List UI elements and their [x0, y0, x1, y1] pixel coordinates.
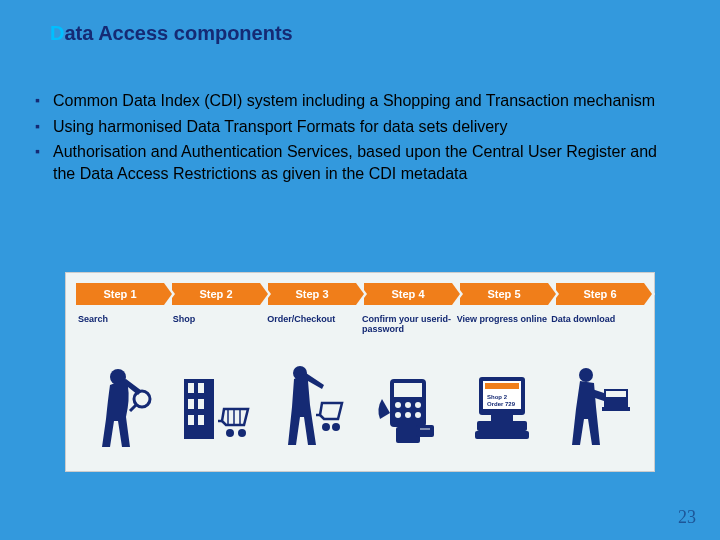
bullet-icon: ▪	[35, 116, 53, 138]
bullet-text: Authorisation and Authentication Service…	[53, 141, 680, 184]
svg-rect-29	[416, 425, 434, 437]
svg-rect-42	[602, 407, 630, 411]
title-rest: ata Access components	[64, 22, 292, 44]
svg-text:Order 729: Order 729	[487, 401, 516, 407]
page-number: 23	[678, 507, 696, 528]
svg-rect-37	[477, 421, 527, 431]
step-caption: Data download	[549, 315, 644, 337]
svg-rect-38	[475, 431, 529, 439]
list-item: ▪ Authorisation and Authentication Servi…	[35, 141, 680, 184]
svg-rect-41	[606, 391, 626, 397]
svg-rect-9	[198, 415, 204, 425]
step-chip-1: Step 1	[76, 283, 164, 305]
step-chip-5: Step 5	[460, 283, 548, 305]
list-item: ▪ Common Data Index (CDI) system includi…	[35, 90, 680, 112]
step-label: Step 4	[391, 288, 424, 300]
step-caption: Search	[76, 315, 171, 337]
step-caption: Shop	[171, 315, 266, 337]
bullet-text: Using harmonised Data Transport Formats …	[53, 116, 680, 138]
svg-point-11	[226, 429, 234, 437]
step-label: Step 2	[199, 288, 232, 300]
step-label: Step 5	[487, 288, 520, 300]
step-caption: Confirm your userid-password	[360, 315, 455, 337]
workflow-diagram: Step 1 Step 2 Step 3 Step 4 Step 5 Step …	[65, 272, 655, 472]
download-icon	[549, 349, 644, 449]
step-chip-6: Step 6	[556, 283, 644, 305]
checkout-icon	[265, 349, 360, 449]
svg-rect-7	[198, 399, 204, 409]
step-chip-2: Step 2	[172, 283, 260, 305]
shop-icon	[171, 349, 266, 449]
step-caption: View progress online	[455, 315, 550, 337]
svg-rect-36	[491, 415, 513, 421]
confirm-password-icon	[360, 349, 455, 449]
bullet-text: Common Data Index (CDI) system including…	[53, 90, 680, 112]
step-caption: Order/Checkout	[265, 315, 360, 337]
svg-point-12	[238, 429, 246, 437]
step-label: Step 6	[583, 288, 616, 300]
svg-rect-6	[188, 399, 194, 409]
step-label: Step 3	[295, 288, 328, 300]
svg-rect-5	[198, 383, 204, 393]
step-chip-3: Step 3	[268, 283, 356, 305]
svg-rect-4	[188, 383, 194, 393]
svg-text:Shop 2: Shop 2	[487, 394, 508, 400]
svg-point-22	[395, 402, 401, 408]
step-label: Step 1	[103, 288, 136, 300]
list-item: ▪ Using harmonised Data Transport Format…	[35, 116, 680, 138]
svg-point-25	[395, 412, 401, 418]
slide-title: Data Access components	[50, 22, 293, 45]
svg-point-24	[415, 402, 421, 408]
bullet-list: ▪ Common Data Index (CDI) system includi…	[35, 90, 680, 188]
svg-point-26	[405, 412, 411, 418]
step-chip-4: Step 4	[364, 283, 452, 305]
svg-point-18	[322, 423, 330, 431]
icons-row: Shop 2 Order 729	[76, 349, 644, 449]
title-accent: D	[50, 22, 64, 44]
svg-rect-21	[394, 383, 422, 397]
captions-row: Search Shop Order/Checkout Confirm your …	[76, 315, 644, 337]
svg-point-39	[579, 368, 593, 382]
svg-point-27	[415, 412, 421, 418]
svg-line-2	[130, 404, 137, 411]
steps-row: Step 1 Step 2 Step 3 Step 4 Step 5 Step …	[76, 283, 644, 305]
bullet-icon: ▪	[35, 90, 53, 112]
svg-rect-33	[485, 383, 519, 389]
view-progress-icon: Shop 2 Order 729	[455, 349, 550, 449]
bullet-icon: ▪	[35, 141, 53, 184]
svg-point-19	[332, 423, 340, 431]
search-icon	[76, 349, 171, 449]
svg-point-23	[405, 402, 411, 408]
svg-rect-8	[188, 415, 194, 425]
